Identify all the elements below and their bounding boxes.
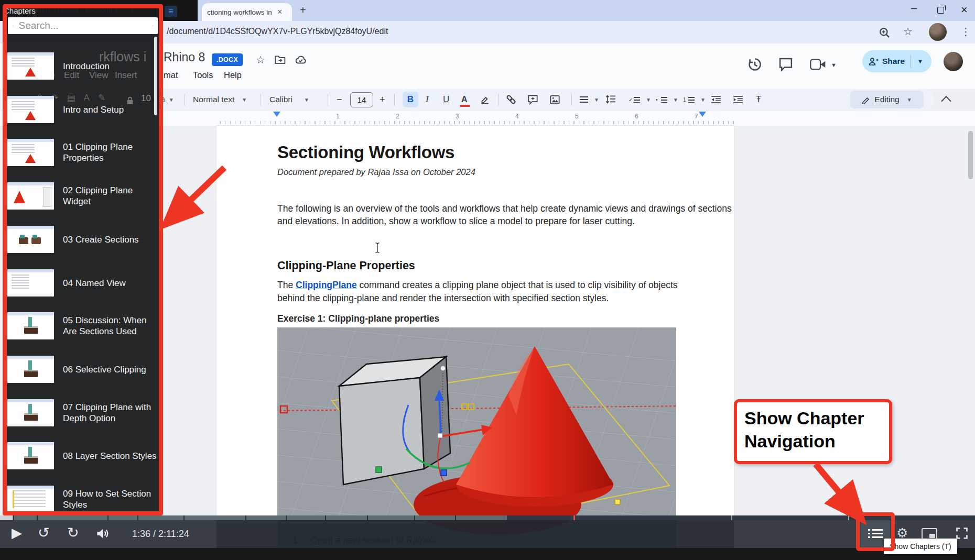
- numbered-list-button[interactable]: ▼: [684, 89, 706, 110]
- text-color-button[interactable]: A: [461, 95, 468, 104]
- chapter-tick: [183, 515, 185, 520]
- ruler-ticks: [220, 121, 736, 124]
- share-divider: [911, 55, 911, 68]
- window-restore-button[interactable]: [937, 7, 944, 14]
- window-minimize-button[interactable]: –: [911, 2, 917, 14]
- ruler-number: 6: [635, 113, 638, 120]
- callout-line: Show Chapter: [744, 407, 889, 430]
- comments-icon[interactable]: [778, 57, 793, 72]
- left-indent-marker[interactable]: [273, 112, 280, 117]
- hide-menus-chevron-icon[interactable]: [941, 96, 951, 106]
- browser-profile-avatar[interactable]: [929, 23, 947, 41]
- camera-caret-icon[interactable]: ▼: [831, 62, 837, 68]
- callout-line: Navigation: [744, 430, 889, 453]
- player-bottom-strip: [0, 548, 975, 560]
- ruler-number: 1: [336, 113, 340, 120]
- version-history-icon[interactable]: [747, 57, 763, 72]
- font-size-increase[interactable]: +: [380, 89, 385, 110]
- annotation-button-box: [856, 512, 895, 551]
- ruler-number: 4: [515, 113, 519, 120]
- doc-heading-2: Clipping-Plane Properties: [277, 259, 415, 272]
- document-name[interactable]: Rhino 8: [164, 50, 205, 64]
- doc-paragraph-line: The following is an overview of the tool…: [277, 203, 732, 214]
- ruler-number: 2: [396, 113, 399, 120]
- docs-profile-avatar[interactable]: [944, 52, 963, 71]
- tab-title: ctioning workflows in Rhi: [207, 8, 274, 16]
- font-size-field[interactable]: 14: [350, 92, 373, 107]
- clear-formatting-button[interactable]: Ŧ: [756, 89, 761, 110]
- underline-button[interactable]: U: [443, 89, 449, 110]
- highlight-button[interactable]: [480, 89, 490, 110]
- cloud-saved-icon[interactable]: [295, 54, 307, 64]
- pencil-icon: [862, 95, 870, 104]
- chapter-tick: [245, 515, 246, 520]
- editing-mode-button[interactable]: Editing▼: [850, 91, 924, 108]
- line-spacing-button[interactable]: [605, 89, 616, 110]
- chapter-tick: [367, 515, 368, 520]
- annotation-callout: Show Chapter Navigation: [734, 399, 892, 464]
- fullscreen-icon[interactable]: [955, 526, 969, 540]
- share-person-icon: [869, 57, 879, 66]
- doc-paragraph-line: behind the clipping-plane and render the…: [277, 293, 609, 304]
- move-folder-icon[interactable]: [275, 55, 286, 64]
- new-tab-button[interactable]: +: [300, 4, 306, 16]
- bookmark-star-icon[interactable]: ☆: [903, 25, 913, 38]
- right-indent-marker[interactable]: [699, 112, 706, 117]
- ruler-number: 5: [575, 113, 579, 120]
- star-document-icon[interactable]: ☆: [256, 53, 265, 66]
- ruler-number: 3: [456, 113, 459, 120]
- insert-link-button[interactable]: [505, 89, 517, 110]
- hamburger-menu-icon[interactable]: ≡: [165, 6, 177, 17]
- show-chapters-tooltip: Show Chapters (T): [884, 539, 957, 554]
- add-comment-button[interactable]: [527, 89, 538, 110]
- url-text[interactable]: /document/d/1D4cSSfOQwYX7v-PLGYr5kbvjQz8…: [167, 27, 388, 36]
- screen: ✕ ARTs Training - Sectioning - × ≡ ction…: [0, 0, 975, 560]
- insert-image-button[interactable]: [549, 89, 560, 110]
- clippingplane-link[interactable]: ClippingPlane: [296, 280, 357, 290]
- meet-camera-icon[interactable]: [810, 58, 827, 71]
- annotation-panel-box: [3, 4, 163, 515]
- browser-tab[interactable]: ctioning workflows in Rhi ×: [202, 3, 292, 21]
- progress-marker: [573, 515, 575, 520]
- doc-paragraph-line: The ClippingPlane command creates a clip…: [277, 280, 678, 291]
- bulleted-list-button[interactable]: ▼: [656, 89, 678, 110]
- share-button[interactable]: Share ▼: [862, 50, 931, 72]
- forward-icon[interactable]: ↻: [67, 524, 79, 541]
- chapter-tick: [455, 515, 456, 520]
- mouse-cursor-ibeam: [374, 242, 381, 254]
- chapter-tick: [286, 515, 287, 520]
- bold-button[interactable]: B: [403, 92, 418, 107]
- italic-button[interactable]: I: [426, 89, 429, 110]
- menu-help[interactable]: Help: [224, 70, 242, 80]
- chapter-tick: [731, 515, 732, 520]
- menu-format-fragment[interactable]: mat: [164, 70, 178, 80]
- decrease-indent-button[interactable]: [711, 89, 721, 110]
- share-label: Share: [882, 57, 905, 66]
- tab-close-icon[interactable]: ×: [277, 7, 282, 17]
- zoom-icon[interactable]: [878, 26, 892, 40]
- font-select[interactable]: Calibri▼: [269, 89, 309, 110]
- doc-paragraph-line: and elevations. In addition, show a work…: [277, 216, 635, 227]
- doc-exercise-label: Exercise 1: Clipping-plane properties: [277, 313, 439, 324]
- checklist-button[interactable]: ▼: [629, 89, 651, 110]
- play-button[interactable]: ▶: [12, 525, 22, 541]
- annotation-arrow-to-panel: [142, 157, 246, 251]
- chapter-tick: [325, 515, 326, 520]
- docx-badge: .DOCX: [212, 53, 243, 66]
- share-caret-icon[interactable]: ▼: [917, 58, 923, 64]
- paragraph-style-select[interactable]: Normal text▼: [193, 89, 247, 110]
- window-close-button[interactable]: ×: [961, 3, 968, 17]
- browser-menu-icon[interactable]: ⋮: [961, 26, 971, 38]
- increase-indent-button[interactable]: [733, 89, 743, 110]
- align-button[interactable]: ▼: [580, 89, 599, 110]
- doc-byline: Document prepared by Rajaa Issa on Octob…: [277, 167, 475, 177]
- menu-tools[interactable]: Tools: [193, 70, 213, 80]
- ruler-number: 7: [695, 113, 698, 120]
- chapter-tick: [414, 515, 415, 520]
- docs-scrollbar[interactable]: [968, 131, 973, 179]
- doc-heading-title: Sectioning Workflows: [277, 142, 454, 162]
- time-display: 1:36 / 2:11:24: [132, 529, 189, 540]
- volume-icon[interactable]: [95, 526, 110, 541]
- font-size-decrease[interactable]: −: [337, 89, 342, 110]
- rewind-icon[interactable]: ↺: [38, 524, 50, 541]
